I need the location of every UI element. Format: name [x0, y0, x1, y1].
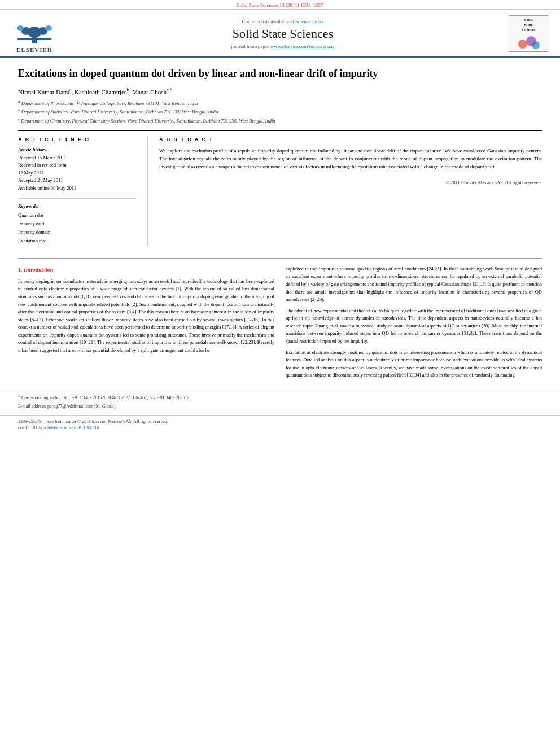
svg-point-7: [518, 40, 527, 49]
elsevier-wordmark: ELSEVIER: [16, 46, 53, 53]
author-1: Nirmal Kumar Dattaa: [18, 89, 72, 95]
article-info-left: A R T I C L E I N F O Article history: R…: [18, 137, 148, 246]
article-title: Excitations in doped quantum dot driven …: [18, 67, 542, 81]
history-online: Available online 30 May 2011: [18, 185, 136, 193]
intro-para-2: exploited to trap impurities to some spe…: [286, 265, 542, 304]
history-title: Article history:: [18, 147, 136, 152]
history-received: Received 15 March 2011: [18, 154, 136, 162]
author-2: Kashinath Chatterjeeb: [75, 89, 129, 95]
keyword-4: Excitation rate: [18, 237, 136, 245]
journal-title: Solid State Sciences: [71, 27, 495, 41]
journal-homepage: journal homepage: www.elsevier.com/locat…: [71, 43, 495, 49]
author-3: Manas Ghoshc,*: [132, 89, 172, 95]
footnotes-section: * Corresponding author. Tel.: +91 03463 …: [0, 390, 560, 415]
body-col-left: 1. Introduction Impurity doping in semic…: [18, 265, 274, 383]
doi-line: doi:10.1016/j.solidstatesciences.2011.05…: [18, 425, 542, 430]
body-col-right: exploited to trap impurities to some spe…: [286, 265, 542, 383]
intro-heading: 1. Introduction: [18, 265, 274, 274]
journal-header-center: Contents lists available at ScienceDirec…: [60, 19, 506, 49]
issn-line: 1293-2558/$ — see front matter © 2011 El…: [18, 419, 542, 424]
body-columns: 1. Introduction Impurity doping in semic…: [0, 259, 560, 390]
sciencedirect-line: Contents lists available at ScienceDirec…: [71, 19, 495, 24]
journal-citation: Solid State Sciences 13 (2011) 1531–1537: [237, 2, 323, 8]
header-section: ELSEVIER Contents lists available at Sci…: [0, 10, 560, 58]
badge-graphic: [514, 33, 542, 50]
svg-point-5: [45, 25, 52, 31]
affiliation-b: b Department of Statistics, Visva Bharat…: [18, 107, 542, 116]
affiliation-c: c Department of Chemistry, Physical Chem…: [18, 116, 542, 125]
intro-para-3: The advent of new experimental and theor…: [286, 307, 542, 346]
article-content: Excitations in doped quantum dot driven …: [0, 58, 560, 252]
journal-badge-container: Solid State Sciences: [506, 15, 551, 52]
svg-rect-6: [18, 38, 51, 40]
footnote-2: E-mail address: pcrog77@rediffmail.com (…: [18, 403, 542, 410]
authors-line: Nirmal Kumar Dattaa, Kashinath Chatterje…: [18, 88, 542, 95]
article-history: Article history: Received 15 March 2011 …: [18, 147, 136, 193]
svg-point-9: [532, 41, 540, 49]
keywords-section: Keywords: Quantum dot Impurity drift Imp…: [18, 198, 136, 246]
article-info-heading: A R T I C L E I N F O: [18, 137, 136, 142]
sciencedirect-link[interactable]: ScienceDirect: [295, 19, 323, 24]
svg-point-4: [17, 25, 24, 31]
abstract-heading: A B S T R A C T: [159, 137, 542, 142]
keyword-1: Quantum dot: [18, 211, 136, 220]
affiliations: a Department of Physics, Suri Vidyasagar…: [18, 99, 542, 125]
keyword-3: Impurity domain: [18, 228, 136, 237]
keywords-title: Keywords:: [18, 203, 136, 209]
copyright-line: © 2011 Elsevier Masson SAS. All rights r…: [159, 176, 542, 185]
keyword-2: Impurity drift: [18, 220, 136, 228]
elsevier-tree-icon: [15, 14, 54, 45]
info-section: A R T I C L E I N F O Article history: R…: [18, 130, 542, 246]
elsevier-logo-container: ELSEVIER: [9, 14, 60, 53]
history-revised-date: 12 May 2011: [18, 169, 136, 177]
history-accepted: Accepted 21 May 2011: [18, 177, 136, 185]
intro-para-1: Impurity doping in semiconductor materia…: [18, 278, 274, 355]
intro-para-4: Excitation of electrons strongly confine…: [286, 349, 542, 379]
abstract-text: We explore the excitation profile of a r…: [159, 147, 542, 171]
affiliation-a: a Department of Physics, Suri Vidyasagar…: [18, 99, 542, 107]
journal-homepage-link[interactable]: www.elsevier.com/locate/ssscie: [270, 43, 335, 49]
bottom-bar: 1293-2558/$ — see front matter © 2011 El…: [0, 415, 560, 434]
history-revised-label: Received in revised form: [18, 161, 136, 169]
abstract-column: A B S T R A C T We explore the excitatio…: [148, 137, 542, 246]
page-wrapper: Solid State Sciences 13 (2011) 1531–1537…: [0, 0, 560, 747]
journal-badge: Solid State Sciences: [509, 15, 548, 52]
elsevier-logo: ELSEVIER: [15, 14, 54, 53]
footnote-1: * Corresponding author. Tel.: +91 03463 …: [18, 395, 542, 401]
journal-bar: Solid State Sciences 13 (2011) 1531–1537: [0, 0, 560, 10]
